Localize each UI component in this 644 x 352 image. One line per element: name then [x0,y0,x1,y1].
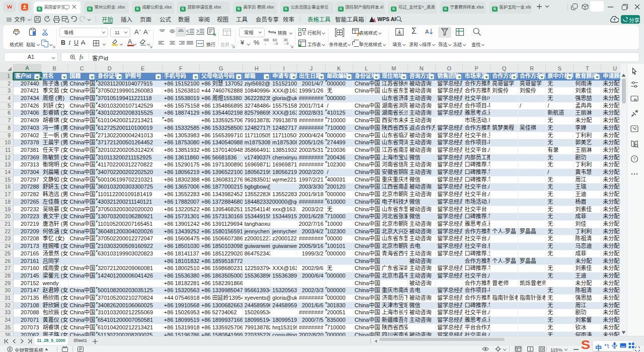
svg-text:?: ? [633,156,636,161]
svg-text:A: A [425,29,429,35]
